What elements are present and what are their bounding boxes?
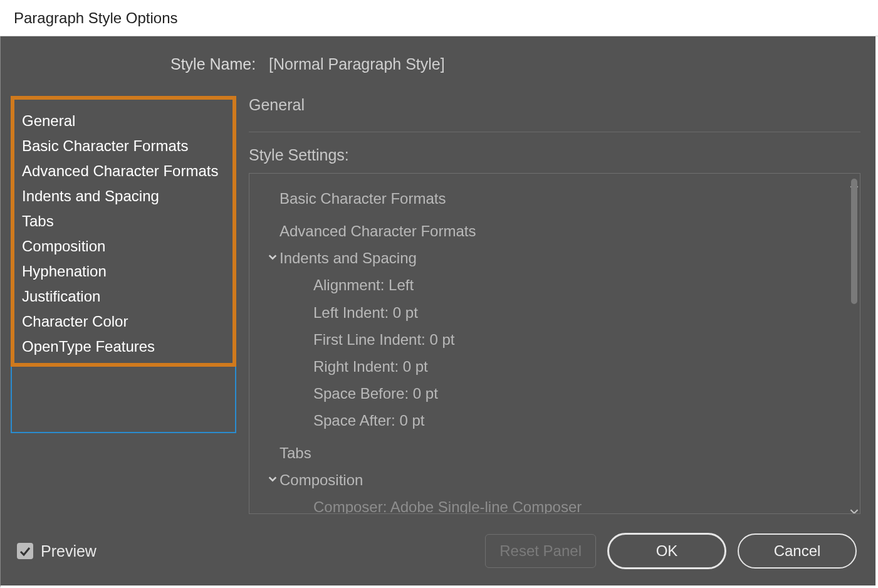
settings-row[interactable]: Composition xyxy=(267,466,841,493)
settings-row[interactable]: Basic Character Formats xyxy=(267,180,841,213)
settings-row-label: Basic Character Formats xyxy=(280,187,446,210)
dialog-body: Style Name: [Normal Paragraph Style] Gen… xyxy=(0,36,878,588)
main-row: GeneralBasic Character FormatsAdvanced C… xyxy=(11,96,865,514)
settings-row-label: Composition xyxy=(280,468,363,491)
style-name-row: Style Name: [Normal Paragraph Style] xyxy=(11,55,865,73)
settings-row[interactable]: Composer: Adobe Single-line Composer xyxy=(267,493,841,513)
reset-panel-button: Reset Panel xyxy=(485,534,596,568)
settings-row-label: Tabs xyxy=(280,441,311,465)
category-item[interactable]: Indents and Spacing xyxy=(19,184,229,209)
category-list-selection-area[interactable] xyxy=(11,363,236,433)
settings-row[interactable]: Tabs xyxy=(267,434,841,467)
style-settings-tree[interactable]: Basic Character FormatsAdvanced Characte… xyxy=(249,174,847,513)
chevron-down-icon xyxy=(266,245,280,268)
dialog-title: Paragraph Style Options xyxy=(14,9,177,27)
category-item[interactable]: OpenType Features xyxy=(19,334,229,359)
category-item[interactable]: Advanced Character Formats xyxy=(19,159,229,184)
category-item[interactable]: Composition xyxy=(19,234,229,259)
chevron-down-icon xyxy=(266,467,280,490)
category-item[interactable]: Justification xyxy=(19,284,229,309)
settings-row[interactable]: Right Indent: 0 pt xyxy=(267,353,841,380)
settings-column: General Style Settings: Basic Character … xyxy=(249,96,865,514)
category-item[interactable]: Tabs xyxy=(19,209,229,234)
dialog-footer: Preview Reset Panel OK Cancel xyxy=(11,514,865,578)
settings-row[interactable]: Alignment: Left xyxy=(267,271,841,298)
category-item[interactable]: Basic Character Formats xyxy=(19,134,229,159)
category-list-highlight: GeneralBasic Character FormatsAdvanced C… xyxy=(11,96,236,367)
style-name-label: Style Name: xyxy=(170,55,256,73)
scroll-thumb[interactable] xyxy=(851,179,857,304)
settings-row[interactable]: Left Indent: 0 pt xyxy=(267,299,841,326)
style-settings-label: Style Settings: xyxy=(249,146,860,164)
settings-row[interactable]: First Line Indent: 0 pt xyxy=(267,326,841,353)
preview-checkbox[interactable]: Preview xyxy=(17,542,97,560)
category-column: GeneralBasic Character FormatsAdvanced C… xyxy=(11,96,236,514)
settings-row[interactable]: Advanced Character Formats xyxy=(267,213,841,245)
settings-scrollbar[interactable] xyxy=(850,176,859,511)
panel-heading: General xyxy=(249,96,860,132)
dialog-titlebar: Paragraph Style Options xyxy=(0,0,878,36)
preview-label: Preview xyxy=(41,542,97,560)
cancel-button[interactable]: Cancel xyxy=(738,533,857,569)
style-name-value: [Normal Paragraph Style] xyxy=(269,55,445,73)
style-settings-panel: Basic Character FormatsAdvanced Characte… xyxy=(249,173,860,514)
settings-row[interactable]: Indents and Spacing xyxy=(267,244,841,271)
checkmark-icon xyxy=(17,543,33,559)
settings-row[interactable]: Space Before: 0 pt xyxy=(267,380,841,407)
category-list: GeneralBasic Character FormatsAdvanced C… xyxy=(14,100,233,363)
scroll-down-icon[interactable] xyxy=(850,502,859,511)
category-item[interactable]: General xyxy=(19,108,229,134)
settings-row-label: Indents and Spacing xyxy=(280,246,417,270)
category-item[interactable]: Character Color xyxy=(19,309,229,334)
ok-button[interactable]: OK xyxy=(607,533,726,569)
category-item[interactable]: Hyphenation xyxy=(19,259,229,284)
settings-row-label: Advanced Character Formats xyxy=(280,219,476,243)
settings-row[interactable]: Space After: 0 pt xyxy=(267,407,841,434)
